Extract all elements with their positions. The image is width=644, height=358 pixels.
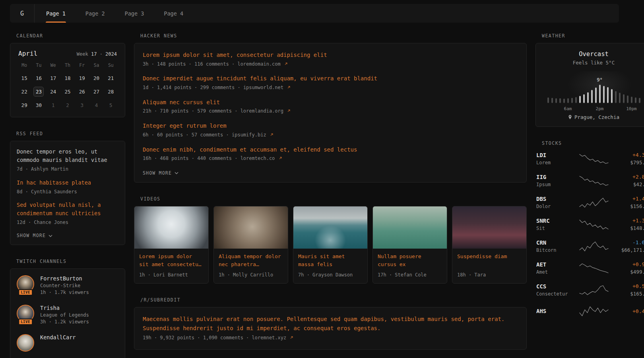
stock-row[interactable]: DBSDolor+1.42%$156.28 [536,196,644,209]
calendar-month: April [18,50,37,57]
calendar-day[interactable]: 30 [31,99,46,111]
video-title[interactable]: Lorem ipsum dolor sit amet consectetu… [139,253,204,269]
hn-item: Aliquam nec cursus elit21h · 710 points … [143,99,518,115]
tab-page-2[interactable]: Page 2 [76,4,115,23]
calendar-day[interactable]: 5 [104,99,118,111]
hn-item-meta: 16h · 468 points · 440 comments · loremt… [143,155,518,162]
streamer-name[interactable]: ForrestBurton [40,275,89,282]
calendar-day[interactable]: 15 [17,72,31,84]
calendar-day-header: We [46,62,60,71]
stock-row[interactable]: AETAmet+0.92%$499.72 [536,261,644,275]
calendar-day-header: Su [104,62,118,71]
calendar-day[interactable]: 2 [60,99,75,111]
hn-item-link[interactable]: Lorem ipsum dolor sit amet, consectetur … [143,51,518,59]
hn-item-link[interactable]: Aliquam nec cursus elit [143,99,518,107]
stock-row[interactable]: CRNBitcorn-1.00%$66,171.48 [536,239,644,253]
calendar-day[interactable]: 22 [17,86,31,98]
subreddit-item-stats: 19h · 9,932 points · 1,090 comments · [143,335,252,340]
hn-item-domain[interactable]: loremlandia.org [241,108,291,114]
external-link-icon [279,156,282,161]
calendar-day[interactable]: 26 [75,86,89,98]
rss-show-more-label: SHOW MORE [17,233,46,238]
stock-symbol: SNRC [536,218,570,224]
tab-page-1[interactable]: Page 1 [36,4,76,23]
subreddit-section-title: /R/SUBREDDIT [140,297,527,303]
streamer-name[interactable]: Trisha [40,305,89,311]
calendar-day-selected[interactable]: 23 [31,86,46,98]
rss-item-link[interactable]: Donec tempor eros leo, ut commodo mauris… [17,148,118,164]
stock-row[interactable]: AHS+0.46% [536,305,644,317]
weather-condition: Overcast [542,51,644,58]
calendar-day[interactable]: 29 [17,99,31,111]
video-title[interactable]: Nullam posuere cursus ex [378,253,442,269]
calendar-day[interactable]: 27 [89,86,103,98]
calendar-day[interactable]: 25 [60,86,75,98]
video-card[interactable]: Suspendisse diam18h · Tara [452,206,527,284]
hn-item-stats: 6h · 60 points · 57 comments · [143,132,232,138]
calendar-day[interactable]: 21 [104,72,118,84]
video-card[interactable]: Mauris sit amet massa felis7h · Grayson … [293,206,368,284]
hn-item-domain[interactable]: ipsumify.biz [232,132,274,138]
weather-time-label: 2pm [596,106,604,111]
video-title[interactable]: Aliquam tempor dolor nec pharetra… [219,253,283,269]
tab-page-4[interactable]: Page 4 [154,4,193,23]
stock-row[interactable]: LDILorem+4.35%$795.18 [536,152,644,165]
tab-page-3[interactable]: Page 3 [115,4,154,23]
stock-symbol: LDI [536,152,570,158]
rss-item-link[interactable]: Sed volutpat nulla nisl, a condimentum n… [17,201,118,218]
hn-item-domain[interactable]: loremdomain.com [237,61,288,67]
video-title[interactable]: Suspendisse diam [457,253,522,269]
twitch-section: TWITCH CHANNELS LIVEForrestBurtonCounter… [10,259,125,358]
calendar-day[interactable]: 17 [46,72,60,84]
hn-item-link[interactable]: Donec imperdiet augue tincidunt felis al… [143,75,518,83]
subreddit-widget: Maecenas mollis pulvinar erat non posuer… [134,307,527,350]
app-logo[interactable]: G [10,4,35,23]
calendar-day-number: 27 [91,87,102,97]
twitch-channel[interactable]: LIVETrishaLeague of Legends3h · 1.2k vie… [17,305,118,325]
video-card-body: Lorem ipsum dolor sit amet consectetu…1h… [134,249,208,283]
hn-item-domain[interactable]: ipsumworld.net [243,85,291,90]
calendar-day-header: Mo [17,62,31,71]
video-card-body: Aliquam tempor dolor nec pharetra…1h · M… [214,249,288,283]
calendar-day-number: 2 [62,100,73,110]
subreddit-item-link[interactable]: Maecenas mollis pulvinar erat non posuer… [143,315,518,333]
calendar-day[interactable]: 18 [60,72,75,84]
weather-location-label: Prague, Czechia [574,114,619,120]
calendar-day[interactable]: 4 [89,99,103,111]
stock-price: $42.04 [618,181,644,187]
stock-name: Dolor [536,204,570,209]
hn-item-link[interactable]: Donec enim nibh, condimentum et accumsan… [143,146,518,154]
weather-location[interactable]: Prague, Czechia [542,114,644,120]
streamer-name[interactable]: KendallCarr [40,334,76,340]
twitch-channel-info: KendallCarr [40,334,76,340]
rss-show-more-button[interactable]: SHOW MORE [17,233,118,238]
stock-row[interactable]: SNRCSit+1.36%$148.64 [536,218,644,231]
calendar-day[interactable]: 3 [75,99,89,111]
twitch-channel[interactable]: LIVEForrestBurtonCounter-Strike1h · 1.7k… [17,275,118,295]
calendar-day[interactable]: 19 [75,72,89,84]
twitch-channel[interactable]: KendallCarr [17,334,118,352]
hn-item-domain[interactable]: loremtech.co [241,156,282,161]
subreddit-item-domain[interactable]: loremnet.xyz [252,335,294,340]
stock-row[interactable]: CCSConsectetur+0.51%$165.84 [536,283,644,297]
calendar-day[interactable]: 16 [31,72,46,84]
video-card[interactable]: Aliquam tempor dolor nec pharetra…1h · M… [213,206,288,284]
weather-hour-bar: 6am [567,98,569,103]
hn-item-link[interactable]: Integer eget rutrum lorem [143,122,518,130]
video-title[interactable]: Mauris sit amet massa felis [298,253,363,269]
video-card[interactable]: Nullam posuere cursus ex17h · Stefan Col… [372,206,447,284]
weather-hour-bar [627,95,628,103]
hn-item-meta: 21h · 710 points · 579 comments · loreml… [143,108,518,115]
stock-name: Lorem [536,160,570,165]
hn-show-more-button[interactable]: SHOW MORE [143,170,178,176]
calendar-day[interactable]: 1 [46,99,60,111]
calendar-day[interactable]: 24 [46,86,60,98]
video-card[interactable]: Lorem ipsum dolor sit amet consectetu…1h… [134,206,209,284]
stock-row[interactable]: IIGIpsum+2.84%$42.04 [536,174,644,187]
calendar-day[interactable]: 28 [104,86,118,98]
video-thumbnail [214,206,288,249]
calendar-day[interactable]: 20 [89,72,103,84]
calendar-day-number: 5 [106,100,116,110]
rss-item-link[interactable]: In hac habitasse platea [17,179,118,187]
stock-price: $795.18 [618,160,644,165]
